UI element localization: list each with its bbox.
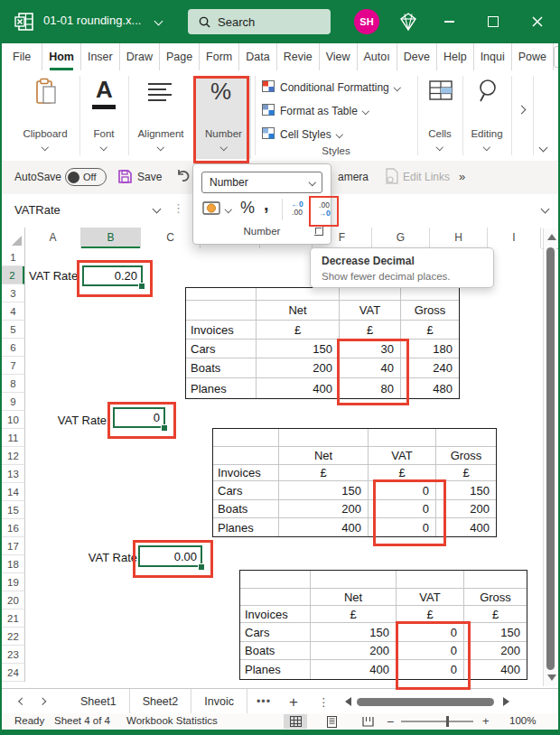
autosave-toggle[interactable]: Off [65,168,107,186]
vertical-scrollbar[interactable] [543,228,556,686]
table1-cell-r3c3[interactable]: 180 [401,340,459,358]
row-header-18[interactable]: 18 [2,555,24,573]
table1-cell-r5c0[interactable]: Planes [186,378,257,398]
row-header-21[interactable]: 21 [2,609,24,628]
row-header-7[interactable]: 7 [2,357,24,375]
ribbon-tab-form[interactable]: Form [200,43,239,70]
ribbon-tab-help[interactable]: Help [437,43,474,70]
table2-cell-r0c3[interactable] [436,429,496,447]
scroll-down-arrow-icon[interactable] [547,675,556,681]
row-header-8[interactable]: 8 [2,375,24,393]
ribbon-button-conditional-formatting[interactable]: Conditional Formatting [262,80,399,95]
table2-cell-r1c1[interactable]: Net [279,447,369,465]
table2-cell-r3c0[interactable]: Cars [213,481,279,500]
ribbon-tab-draw[interactable]: Draw [120,43,160,70]
sheet-nav-left-icon[interactable] [19,698,26,705]
page-break-view-icon[interactable] [356,714,379,729]
table3-cell-r5c1[interactable]: 400 [311,660,397,679]
number-format-combobox[interactable]: Number [201,172,322,193]
avatar[interactable]: SH [354,9,379,34]
table3-cell-r1c3[interactable]: Gross [464,589,527,606]
ribbon-tab-powe[interactable]: Powe [512,43,554,70]
sheet-tabs-more[interactable]: ••• [257,695,271,708]
table2-cell-r0c0[interactable] [213,429,279,447]
ribbon-tab-file[interactable]: File [2,43,42,70]
table1-cell-r5c3[interactable]: 480 [401,378,459,398]
ribbon-tab-inqui[interactable]: Inqui [474,43,512,70]
sheet-nav-right-icon[interactable] [38,698,45,705]
sheet-grid[interactable]: 123456789101112131415161718192021222324 … [2,248,542,688]
table1-cell-r2c1[interactable]: £ [257,321,340,340]
table3-cell-r1c2[interactable]: VAT [397,589,464,606]
ribbon-tab-view[interactable]: View [320,43,358,70]
table3-cell-r2c3[interactable]: £ [464,606,527,623]
cell-c10[interactable]: 0 [113,407,165,428]
sheet-tab-sheet1[interactable]: Sheet1 [68,689,130,714]
row-header-3[interactable]: 3 [2,284,24,302]
row-header-13[interactable]: 13 [2,465,24,483]
page-layout-view-icon[interactable] [320,714,343,729]
ribbon-group-clipboard[interactable]: Clipboard [11,70,79,161]
zoom-in-button[interactable]: + [482,714,490,728]
row-header-17[interactable]: 17 [2,537,24,555]
ribbon-group-number[interactable]: % Number [196,70,251,161]
table2-cell-r1c0[interactable] [213,447,279,465]
column-header-a[interactable]: A [25,228,81,248]
table1-cell-r1c0[interactable] [186,301,257,321]
excel-app-icon[interactable] [14,12,34,35]
minimize-button[interactable] [428,0,470,43]
table1-cell-r4c1[interactable]: 200 [257,358,340,378]
add-sheet-button[interactable]: + [289,694,298,710]
table3-cell-r4c1[interactable]: 200 [311,642,397,660]
cell-a2-vat-rate-label[interactable]: VAT Rate [29,266,83,284]
fill-handle[interactable] [138,283,145,290]
table2-cell-r2c1[interactable]: £ [279,465,369,481]
table3-cell-r1c0[interactable] [240,589,311,606]
ribbon-tab-page[interactable]: Page [160,43,200,70]
vertical-scroll-thumb[interactable] [546,247,555,670]
percent-style-icon[interactable]: % [240,199,255,218]
table1-cell-r0c3[interactable] [401,288,459,301]
table3-cell-r2c0[interactable]: Invoices [240,606,311,623]
column-header-b[interactable]: B [81,228,141,248]
row-header-10[interactable]: 10 [2,411,24,429]
row-header-16[interactable]: 16 [2,519,24,537]
column-header-h[interactable]: H [430,228,488,248]
zoom-slider-thumb[interactable] [446,716,449,727]
sheet-tab-sheet2[interactable]: Sheet2 [130,689,192,714]
row-header-5[interactable]: 5 [2,321,24,339]
table3-cell-r4c3[interactable]: 200 [464,642,527,660]
table2-cell-r1c3[interactable]: Gross [436,447,496,465]
table1-cell-r1c1[interactable]: Net [257,301,340,321]
zoom-slider-track[interactable] [401,721,473,722]
select-all-corner[interactable] [2,228,25,248]
gem-icon[interactable] [397,11,419,36]
row-header-23[interactable]: 23 [2,646,24,664]
table2-cell-r4c0[interactable]: Boats [213,500,279,518]
table2-cell-r5c0[interactable]: Planes [213,518,279,536]
ribbon-group-cells[interactable]: Cells [417,70,462,161]
name-box[interactable]: VATRate [14,203,61,217]
table3-cell-r0c1[interactable] [311,571,397,589]
table3-cell-r0c0[interactable] [240,571,311,589]
normal-view-icon[interactable] [284,714,307,729]
workbook-statistics-button[interactable]: Workbook Statistics [126,715,218,726]
table3-cell-r0c2[interactable] [397,571,464,589]
sheet-tab-invoic[interactable]: Invoic [191,689,247,714]
row-header-15[interactable]: 15 [2,501,24,519]
scroll-up-arrow-icon[interactable] [547,234,556,240]
table1-cell-r1c3[interactable]: Gross [401,301,459,321]
title-dropdown-chevron-icon[interactable] [154,17,163,26]
row-header-14[interactable]: 14 [2,483,24,501]
close-button[interactable] [517,0,558,43]
ribbon-more-chevron-icon[interactable] [518,106,527,115]
table3-cell-r5c3[interactable]: 400 [464,660,527,679]
cell-b17-vat-rate-label[interactable]: VAT Rate [67,547,137,567]
ribbon-tab-revie[interactable]: Revie [277,43,320,70]
ribbon-group-editing[interactable]: Editing [462,70,511,161]
sheet-menu-icon[interactable]: ⋮ [318,695,330,709]
horizontal-scroll-thumb[interactable] [357,698,494,706]
table2-cell-r0c2[interactable] [369,429,436,447]
table1-cell-r3c0[interactable]: Cars [186,340,257,358]
cell-b2-selected[interactable]: 0.20 [82,265,143,286]
